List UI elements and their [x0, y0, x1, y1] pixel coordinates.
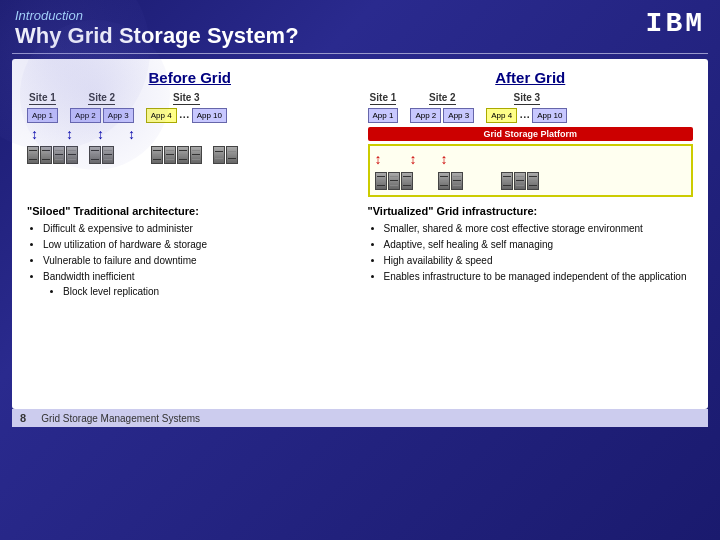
virt-bullet-2: Adaptive, self healing & self managing [384, 237, 694, 252]
siloed-bullet-2: Low utilization of hardware & storage [43, 237, 353, 252]
virt-bullet-4: Enables infrastructure to be managed ind… [384, 269, 694, 284]
virtualized-title: "Virtualized" Grid infrastructure: [368, 205, 694, 217]
virt-bullet-3: High availability & speed [384, 253, 694, 268]
after-app10: App 10 [532, 108, 567, 123]
grid-platform-bar: Grid Storage Platform [368, 127, 694, 141]
after-dots: … [519, 108, 530, 123]
siloed-bullet-3: Vulnerable to failure and downtime [43, 253, 353, 268]
after-server-group2 [438, 172, 489, 190]
after-sites-row: Site 1 App 1 Site 2 App 2 App 3 [368, 92, 694, 123]
server-stack3 [151, 146, 202, 164]
after-arrow2: ↕ [410, 151, 417, 167]
virtualized-bullets: Smaller, shared & more cost effective st… [368, 221, 694, 284]
after-site3-apps: App 4 … App 10 [486, 108, 567, 123]
after-site3: Site 3 App 4 … App 10 [486, 92, 567, 123]
bg-decoration-2 [20, 20, 170, 170]
asu2 [388, 172, 400, 190]
after-site2: Site 2 App 2 App 3 [410, 92, 474, 123]
after-title: After Grid [368, 69, 694, 86]
after-site2-apps: App 2 App 3 [410, 108, 474, 123]
virtualized-col: "Virtualized" Grid infrastructure: Small… [368, 205, 694, 300]
siloed-sub-bullets: Block level replication [43, 284, 353, 299]
after-grid-platform-area: ↕ ↕ ↕ [368, 144, 694, 197]
virt-bullet-1: Smaller, shared & more cost effective st… [384, 221, 694, 236]
after-server-stack3 [501, 172, 552, 190]
after-site1-apps: App 1 [368, 108, 399, 123]
before-site3-label: Site 3 [173, 92, 200, 105]
after-app3: App 3 [443, 108, 474, 123]
asu8 [527, 172, 539, 190]
ibm-logo: IBM [646, 8, 705, 39]
asu1 [375, 172, 387, 190]
server-stack4 [213, 146, 264, 164]
asu4 [438, 172, 450, 190]
asu7 [514, 172, 526, 190]
before-app10: App 10 [192, 108, 227, 123]
after-arrow1: ↕ [375, 151, 382, 167]
siloed-bullet-1: Difficult & expensive to administer [43, 221, 353, 236]
after-site1: Site 1 App 1 [368, 92, 399, 123]
after-grid-section: After Grid Site 1 App 1 Site 2 App [368, 69, 694, 197]
before-dots: … [179, 108, 190, 123]
su11 [213, 146, 225, 164]
siloed-sub-bullet-1: Block level replication [63, 284, 353, 299]
after-arrow3: ↕ [441, 151, 448, 167]
main-container: Introduction Why Grid Storage System? IB… [0, 0, 720, 540]
after-servers [375, 172, 687, 190]
asu5 [451, 172, 463, 190]
asu6 [501, 172, 513, 190]
after-server-group3 [501, 172, 552, 190]
after-server-stack2 [438, 172, 489, 190]
footer-bar: 8 Grid Storage Management Systems [12, 409, 708, 427]
after-arrows: ↕ ↕ ↕ [375, 151, 687, 167]
after-app2: App 2 [410, 108, 441, 123]
su7 [151, 146, 163, 164]
siloed-col: "Siloed" Traditional architecture: Diffi… [27, 205, 353, 300]
after-app4: App 4 [486, 108, 517, 123]
su12 [226, 146, 238, 164]
after-site1-label: Site 1 [370, 92, 397, 105]
footer-label: Grid Storage Management Systems [41, 413, 200, 424]
server-group4 [213, 146, 264, 164]
su9 [177, 146, 189, 164]
server-group3 [151, 146, 202, 164]
asu3 [401, 172, 413, 190]
su10 [190, 146, 202, 164]
after-site3-label: Site 3 [514, 92, 541, 105]
after-server-stack1 [375, 172, 426, 190]
siloed-title: "Siloed" Traditional architecture: [27, 205, 353, 217]
su8 [164, 146, 176, 164]
page-number: 8 [20, 412, 26, 424]
siloed-bullets: Difficult & expensive to administer Low … [27, 221, 353, 299]
siloed-bullet-4: Bandwidth inefficient Block level replic… [43, 269, 353, 299]
after-server-group1 [375, 172, 426, 190]
after-app1: App 1 [368, 108, 399, 123]
after-site2-label: Site 2 [429, 92, 456, 105]
bullet-sections: "Siloed" Traditional architecture: Diffi… [27, 205, 693, 300]
